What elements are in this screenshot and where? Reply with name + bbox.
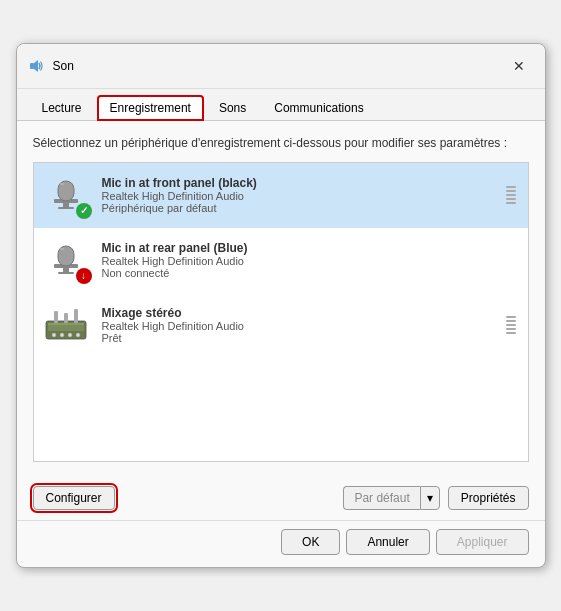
par-defaut-button[interactable]: Par défaut xyxy=(343,486,419,510)
device-status-1: Non connecté xyxy=(102,267,518,279)
tab-enregistrement[interactable]: Enregistrement xyxy=(97,95,204,121)
description-text: Sélectionnez un périphérique d'enregistr… xyxy=(33,135,529,152)
status-badge-1: ↓ xyxy=(76,268,92,284)
par-defaut-wrapper: Par défaut ▾ xyxy=(343,486,439,510)
tab-sons[interactable]: Sons xyxy=(206,95,259,120)
tab-communications[interactable]: Communications xyxy=(261,95,376,120)
svg-rect-3 xyxy=(58,207,74,209)
sound-icon xyxy=(29,58,45,74)
device-driver-2: Realtek High Definition Audio xyxy=(102,320,506,332)
device-item-mic-rear[interactable]: ↓ Mic in at rear panel (Blue) Realtek Hi… xyxy=(34,228,528,293)
mixer-icon xyxy=(44,301,88,345)
configure-button[interactable]: Configurer xyxy=(33,486,115,510)
title-bar: Son ✕ xyxy=(17,44,545,89)
dialog-buttons: OK Annuler Appliquer xyxy=(17,520,545,567)
device-icon-wrapper-0: ✓ xyxy=(44,171,92,219)
appliquer-button[interactable]: Appliquer xyxy=(436,529,529,555)
bottom-bar: Configurer Par défaut ▾ Propriétés xyxy=(17,476,545,520)
device-status-2: Prêt xyxy=(102,332,506,344)
svg-point-17 xyxy=(76,333,80,337)
svg-rect-18 xyxy=(54,311,58,323)
annuler-button[interactable]: Annuler xyxy=(346,529,429,555)
svg-rect-19 xyxy=(64,313,68,323)
device-icon-wrapper-2 xyxy=(44,301,92,349)
svg-rect-5 xyxy=(60,183,64,185)
device-status-0: Périphérique par défaut xyxy=(102,202,506,214)
main-content: Sélectionnez un périphérique d'enregistr… xyxy=(17,121,545,476)
svg-point-16 xyxy=(68,333,72,337)
device-name-0: Mic in at front panel (black) xyxy=(102,176,506,190)
svg-point-15 xyxy=(60,333,64,337)
device-item-mic-front[interactable]: ✓ Mic in at front panel (black) Realtek … xyxy=(34,163,528,228)
device-info-0: Mic in at front panel (black) Realtek Hi… xyxy=(102,176,506,214)
level-bars-2 xyxy=(506,316,518,334)
device-info-2: Mixage stéréo Realtek High Definition Au… xyxy=(102,306,506,344)
device-info-1: Mic in at rear panel (Blue) Realtek High… xyxy=(102,241,518,279)
svg-point-14 xyxy=(52,333,56,337)
sound-dialog: Son ✕ Lecture Enregistrement Sons Commun… xyxy=(16,43,546,568)
device-name-2: Mixage stéréo xyxy=(102,306,506,320)
status-badge-0: ✓ xyxy=(76,203,92,219)
ok-button[interactable]: OK xyxy=(281,529,340,555)
svg-rect-0 xyxy=(30,63,34,69)
device-list[interactable]: ✓ Mic in at front panel (black) Realtek … xyxy=(33,162,529,462)
device-item-mixage[interactable]: Mixage stéréo Realtek High Definition Au… xyxy=(34,293,528,358)
device-icon-wrapper-1: ↓ xyxy=(44,236,92,284)
tab-lecture[interactable]: Lecture xyxy=(29,95,95,120)
window-title: Son xyxy=(53,59,505,73)
svg-rect-8 xyxy=(58,272,74,274)
tab-bar: Lecture Enregistrement Sons Communicatio… xyxy=(17,89,545,121)
close-button[interactable]: ✕ xyxy=(505,52,533,80)
device-driver-1: Realtek High Definition Audio xyxy=(102,255,518,267)
svg-rect-20 xyxy=(74,309,78,323)
svg-rect-13 xyxy=(48,323,84,325)
svg-rect-10 xyxy=(60,248,64,250)
proprietes-button[interactable]: Propriétés xyxy=(448,486,529,510)
par-defaut-arrow-button[interactable]: ▾ xyxy=(420,486,440,510)
device-driver-0: Realtek High Definition Audio xyxy=(102,190,506,202)
device-name-1: Mic in at rear panel (Blue) xyxy=(102,241,518,255)
level-bars-0 xyxy=(506,186,518,204)
